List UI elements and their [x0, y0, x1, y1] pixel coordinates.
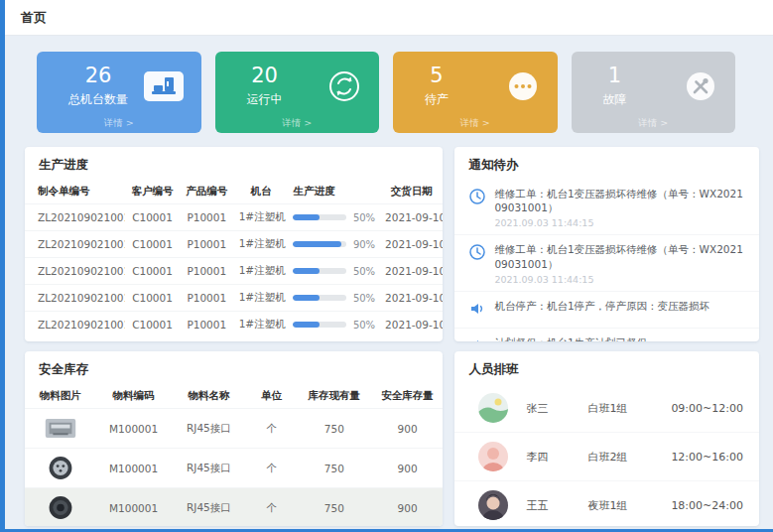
person-shift: 夜班1组	[587, 498, 671, 513]
progress-bar: 50%	[293, 320, 375, 331]
detail-link[interactable]: 详情 >	[572, 117, 736, 130]
notification-text: 维修工单：机台1变压器损坏待维修（单号：WX202109031001）	[494, 187, 747, 214]
column-header: 客户编号	[125, 180, 180, 204]
person-time: 09:00~12:00	[671, 402, 743, 415]
detail-link[interactable]: 详情 >	[37, 117, 201, 130]
waiting-icon	[506, 69, 540, 103]
column-header: 交货日期	[380, 180, 443, 204]
stat-cards: 26 总机台数量 详情 > 20 运行中	[37, 52, 735, 133]
table-row[interactable]: M100001 RJ45接口 个 750 900	[25, 449, 443, 488]
notification-item[interactable]: 维修工单：机台1变压器损坏待维修（单号：WX202109031001） 2021…	[454, 235, 759, 291]
stat-card-main: 26 总机台数量	[68, 65, 128, 107]
progress-bar: 50%	[293, 212, 375, 223]
table-header-row: 制令单编号 客户编号 产品编号 机台 生产进度 交货日期	[25, 180, 443, 204]
stat-card-fault[interactable]: 1 故障 详情 >	[572, 52, 736, 133]
table-row[interactable]: ZL202109021001 C10001 P10001 1#注塑机 50% 2…	[25, 258, 443, 285]
stat-card-running[interactable]: 20 运行中 详情 >	[215, 52, 380, 133]
person-name: 张三	[526, 401, 587, 416]
column-header: 库存现有量	[297, 384, 372, 409]
stat-card-main: 5 待产	[425, 65, 449, 107]
person-shift: 白班2组	[587, 450, 671, 465]
column-header: 单位	[246, 384, 297, 409]
notification-time: 2021.09.03 11:44:15	[494, 217, 747, 228]
notification-text: 机台停产：机台1停产，停产原因：变压器损坏	[494, 299, 747, 313]
detail-link[interactable]: 详情 >	[215, 117, 380, 130]
production-table: 制令单编号 客户编号 产品编号 机台 生产进度 交货日期 ZL202109021…	[25, 180, 443, 338]
stat-label: 故障	[603, 91, 627, 108]
stat-value: 20	[251, 65, 278, 87]
table-row[interactable]: M100001 RJ45接口 个 750 900	[25, 488, 443, 527]
production-progress-panel: 生产进度 制令单编号 客户编号 产品编号 机台 生产进度 交货日期	[25, 147, 443, 341]
column-header: 安全库存量	[372, 384, 444, 409]
panel-title: 安全库存	[25, 351, 443, 384]
material-image-speaker-driver	[42, 494, 79, 521]
column-header: 物料编码	[96, 384, 172, 409]
progress-label: 50%	[353, 266, 375, 277]
schedule-row[interactable]: 王五 夜班1组 18:00~24:00	[454, 480, 759, 526]
stat-value: 1	[608, 65, 621, 87]
detail-link[interactable]: 详情 >	[393, 117, 558, 130]
stat-label: 总机台数量	[68, 91, 128, 108]
stat-card-waiting[interactable]: 5 待产 详情 >	[393, 52, 558, 133]
schedule-row[interactable]: 李四 白班2组 12:00~16:00	[454, 432, 759, 480]
stat-label: 待产	[425, 91, 449, 108]
speaker-icon	[468, 299, 486, 322]
table-header-row: 物料图片 物料编码 物料名称 单位 库存现有量 安全库存量	[25, 384, 443, 409]
notifications-panel: 通知待办 维修工单：机台1变压器损坏待维修（单号：WX202109031001）…	[454, 147, 759, 341]
avatar	[478, 393, 508, 423]
avatar	[478, 442, 508, 471]
staff-schedule-panel: 人员排班 张三 白班1组 09:00~12:00	[454, 351, 759, 526]
progress-bar: 90%	[293, 239, 375, 250]
column-header: 物料名称	[171, 384, 246, 409]
notification-item[interactable]: 机台停产：机台1停产，停产原因：变压器损坏	[454, 292, 759, 329]
person-name: 王五	[526, 498, 587, 513]
column-header: 制令单编号	[25, 180, 125, 204]
progress-label: 90%	[353, 239, 375, 250]
notification-time: 2021.09.03 11:44:15	[494, 274, 747, 285]
material-image-round-connector	[42, 455, 79, 481]
stat-card-main: 1 故障	[603, 65, 627, 107]
table-row[interactable]: ZL202109021001 C10001 P10001 1#注塑机 50% 2…	[25, 285, 443, 312]
stat-value: 5	[430, 65, 443, 87]
speaker-icon	[468, 335, 486, 341]
table-row[interactable]: ZL202109021001 C10001 P10001 1#注塑机 90% 2…	[25, 231, 443, 258]
person-time: 18:00~24:00	[671, 499, 743, 512]
stat-label: 运行中	[247, 91, 283, 108]
progress-bar: 50%	[293, 293, 375, 304]
progress-bar: 50%	[293, 266, 375, 277]
person-name: 李四	[526, 450, 587, 465]
schedule-row[interactable]: 张三 白班1组 09:00~12:00	[454, 384, 759, 432]
notification-item[interactable]: 维修工单：机台1变压器损坏待维修（单号：WX202109031001） 2021…	[454, 180, 759, 235]
running-icon	[327, 69, 361, 103]
left-column: 生产进度 制令单编号 客户编号 产品编号 机台 生产进度 交货日期	[25, 147, 443, 526]
fault-icon	[684, 69, 717, 103]
dashboard-screen: 首页 26 总机台数量 详情 > 20 运行中	[0, 0, 773, 532]
progress-label: 50%	[353, 320, 375, 331]
table-row[interactable]: ZL202109021001 C10001 P10001 1#注塑机 50% 2…	[25, 312, 443, 338]
stat-card-total-machines[interactable]: 26 总机台数量 详情 >	[37, 52, 201, 133]
machine-icon	[144, 71, 184, 101]
table-row[interactable]: ZL202109021001 C10001 P10001 1#注塑机 50% 2…	[25, 204, 443, 231]
column-header: 生产进度	[288, 180, 380, 204]
main-content: 生产进度 制令单编号 客户编号 产品编号 机台 生产进度 交货日期	[25, 147, 759, 526]
stat-value: 26	[85, 65, 112, 87]
panel-title: 人员排班	[454, 351, 759, 384]
safety-stock-panel: 安全库存 物料图片 物料编码 物料名称 单位 库存现有量 安全库存量	[25, 351, 443, 526]
person-shift: 白班1组	[587, 401, 671, 416]
clock-icon	[468, 242, 486, 284]
column-header: 机台	[234, 180, 289, 204]
header-bar: 首页	[5, 0, 773, 36]
right-column: 通知待办 维修工单：机台1变压器损坏待维修（单号：WX202109031001）…	[454, 147, 759, 526]
panel-title: 通知待办	[454, 147, 759, 180]
stat-card-main: 20 运行中	[247, 65, 283, 107]
panel-title: 生产进度	[25, 147, 443, 180]
progress-label: 50%	[353, 212, 375, 223]
table-row[interactable]: M100001 RJ45接口 个 750 900	[25, 409, 443, 449]
avatar	[478, 490, 508, 520]
column-header: 产品编号	[180, 180, 234, 204]
notification-item[interactable]: 计划督促：机台1生产计划已督促 2021.09.03 11:44:15	[454, 329, 759, 341]
progress-label: 50%	[353, 293, 375, 304]
person-time: 12:00~16:00	[671, 451, 743, 464]
notification-text: 计划督促：机台1生产计划已督促	[494, 335, 747, 341]
notification-text: 维修工单：机台1变压器损坏待维修（单号：WX202109031001）	[494, 242, 747, 270]
